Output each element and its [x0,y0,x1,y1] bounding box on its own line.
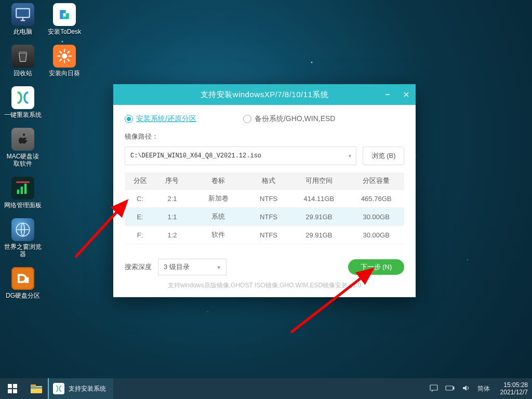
icon-label: 回收站 [14,70,32,77]
icon-reinstall-system[interactable]: 一键重装系统 [4,86,42,118]
table-row[interactable]: C: 2:1 新加卷 NTFS 414.11GB 465.76GB [125,190,404,208]
icon-label: DG硬盘分区 [6,292,40,299]
app-icon [53,383,64,394]
radio-dot-icon [243,115,251,123]
dg-icon [11,267,34,290]
battery-icon[interactable] [445,385,455,393]
trash-icon [11,45,34,68]
svg-rect-15 [8,389,12,393]
svg-rect-4 [21,187,23,194]
install-dialog: 支持安装windowsXP/7/8/10/11系统 安装系统/还原分区 备份系统… [113,84,416,297]
icon-install-todesk[interactable]: 安装ToDesk [46,3,83,35]
taskbar: 支持安装系统 简体 15:05:28 2021/12/7 [0,378,532,399]
svg-point-9 [62,54,67,59]
reinstall-icon [11,86,34,109]
monitor-icon [11,3,34,26]
network-panel-icon [11,177,34,200]
table-row[interactable]: E: 1:1 系统 NTFS 29.91GB 30.00GB [125,208,404,226]
windows-icon [8,384,17,393]
col-index: 序号 [155,172,189,190]
system-tray: 简体 15:05:28 2021/12/7 [430,378,532,399]
radio-install-restore[interactable]: 安装系统/还原分区 [125,114,196,124]
minimize-button[interactable] [378,84,397,105]
col-capacity: 分区容量 [348,172,404,190]
apple-icon [11,128,34,151]
svg-rect-13 [8,384,12,388]
icon-install-sunlogin[interactable]: 安装向日葵 [46,45,83,77]
taskbar-app-button[interactable]: 支持安装系统 [48,378,113,399]
mirror-path-label: 镜像路径： [125,132,404,141]
file-explorer-button[interactable] [25,378,48,399]
ime-indicator[interactable]: 简体 [477,384,490,393]
svg-rect-5 [24,184,26,194]
search-depth-dropdown[interactable]: 3 级目录 ▾ [158,259,227,275]
browse-button[interactable]: 浏览 (B) [363,147,404,165]
icon-label: 安装向日葵 [49,70,80,77]
dialog-title: 支持安装windowsXP/7/8/10/11系统 [201,90,329,100]
partition-table: 分区 序号 卷标 格式 可用空间 分区容量 C: 2:1 新加卷 NTFS 41… [125,172,404,244]
radio-backup[interactable]: 备份系统/GHO,WIN,ESD [243,114,336,124]
taskbar-app-label: 支持安装系统 [69,384,106,393]
dialog-footnote: 支持windows原版镜像,GHOST ISO镜像,GHO,WIM,ESD镜像安… [113,281,416,290]
icon-network-panel[interactable]: 网络管理面板 [4,177,42,209]
close-button[interactable] [397,84,416,105]
start-button[interactable] [0,378,25,399]
icon-label: 安装ToDesk [48,28,81,35]
icon-label: 一键重装系统 [4,111,42,118]
svg-rect-20 [430,385,437,390]
volume-icon[interactable] [462,384,470,393]
folder-icon [30,383,43,394]
dialog-bottom-row: 搜索深度 3 级目录 ▾ 下一步 (N) [125,259,404,275]
mode-radio-row: 安装系统/还原分区 备份系统/GHO,WIN,ESD [125,114,404,124]
svg-rect-3 [17,190,19,194]
search-depth-value: 3 级目录 [164,262,190,272]
col-partition: 分区 [125,172,155,190]
chevron-down-icon: ▾ [217,263,221,271]
icon-this-pc[interactable]: 此电脑 [4,3,42,35]
icon-mac-disk-reader[interactable]: MAC硬盘读取软件 [4,128,42,167]
svg-point-2 [23,134,25,136]
clock-time: 15:05:28 [500,381,528,389]
svg-rect-18 [31,384,36,387]
svg-rect-1 [19,51,27,54]
svg-rect-8 [25,277,29,283]
icon-label: MAC硬盘读取软件 [4,153,42,167]
mirror-path-dropdown[interactable]: C:\DEEPIN_WIN10_X64_Q8_V2021.12.iso ▾ [125,147,356,165]
svg-rect-14 [13,384,17,388]
search-depth-label: 搜索深度 [125,262,152,272]
next-button[interactable]: 下一步 (N) [348,259,404,275]
svg-rect-6 [16,181,30,183]
col-free: 可用空间 [289,172,348,190]
col-volume: 卷标 [189,172,248,190]
table-row[interactable]: F: 1:2 软件 NTFS 29.91GB 30.00GB [125,226,404,244]
svg-rect-21 [446,386,453,390]
action-center-icon[interactable] [430,384,438,393]
desktop: 此电脑 回收站 一键重装系统 MAC硬盘读取软件 网络管理面板 [0,0,532,399]
icon-dg-partition[interactable]: DG硬盘分区 [4,267,42,299]
sunflower-icon [53,45,76,68]
col-format: 格式 [248,172,290,190]
svg-rect-16 [13,389,17,393]
clock-date: 2021/12/7 [500,389,528,396]
dialog-titlebar[interactable]: 支持安装windowsXP/7/8/10/11系统 [113,84,416,105]
mirror-path-value: C:\DEEPIN_WIN10_X64_Q8_V2021.12.iso [130,152,261,159]
icon-recycle-bin[interactable]: 回收站 [4,45,42,77]
svg-rect-19 [31,387,42,389]
chevron-down-icon: ▾ [348,152,352,160]
svg-rect-0 [16,9,30,18]
globe-icon [11,218,34,241]
icon-label: 网络管理面板 [4,202,42,209]
taskbar-clock[interactable]: 15:05:28 2021/12/7 [497,381,528,396]
icon-label: 世界之窗浏览器 [4,243,42,258]
desktop-icons-col2: 安装ToDesk 安装向日葵 [46,3,83,77]
icon-label: 此电脑 [14,28,32,35]
radio-label: 安装系统/还原分区 [136,114,196,124]
radio-label: 备份系统/GHO,WIN,ESD [255,114,336,124]
svg-rect-22 [453,387,454,389]
radio-dot-icon [125,115,133,123]
todesk-icon [53,3,76,26]
desktop-icons-col1: 此电脑 回收站 一键重装系统 MAC硬盘读取软件 网络管理面板 [4,3,42,299]
icon-theworld-browser[interactable]: 世界之窗浏览器 [4,218,42,258]
